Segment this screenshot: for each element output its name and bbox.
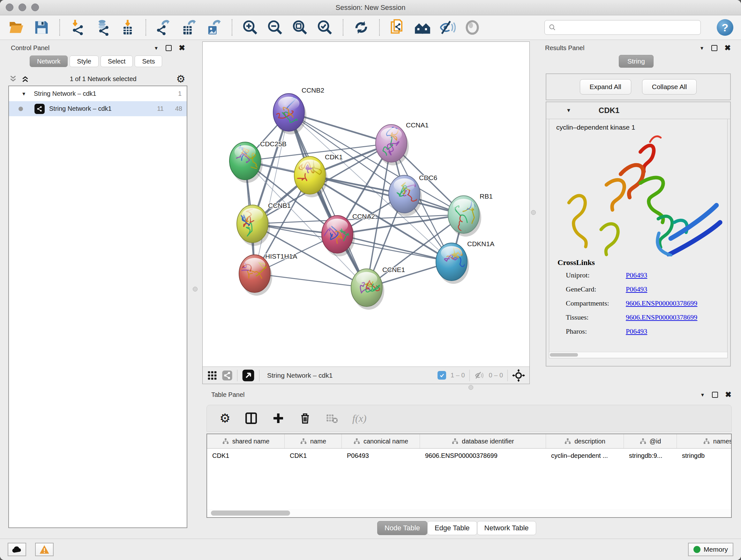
control-panel-close-icon[interactable]: ✖ xyxy=(179,44,185,52)
table-horizontal-scrollbar[interactable] xyxy=(207,509,731,517)
tab-select[interactable]: Select xyxy=(100,56,133,67)
tab-network[interactable]: Network xyxy=(30,56,68,67)
results-panel-collapse-icon[interactable]: ▼ xyxy=(699,45,704,51)
network-node-CCNB2[interactable]: CCNB2 xyxy=(273,86,324,134)
expand-all-button[interactable]: Expand All xyxy=(580,79,631,95)
crosslink-link[interactable]: P06493 xyxy=(626,271,647,279)
memory-button[interactable]: Memory xyxy=(688,543,733,556)
network-selector-row: 1 of 1 Network selected ⚙ xyxy=(8,73,187,85)
tab-edge-table[interactable]: Edge Table xyxy=(427,521,477,535)
tab-style[interactable]: Style xyxy=(70,56,98,67)
crosslink-link[interactable]: 9606.ENSP00000378699 xyxy=(626,313,697,321)
import-network-from-file-button[interactable] xyxy=(69,18,87,37)
columns-icon[interactable] xyxy=(245,412,258,425)
fit-selected-crosshair-icon[interactable] xyxy=(512,369,525,382)
delete-column-icon[interactable] xyxy=(299,412,312,425)
function-builder-icon[interactable]: f(x) xyxy=(352,413,366,424)
selected-node-edge-counts: 1 – 0 xyxy=(451,372,465,379)
grid-view-icon[interactable] xyxy=(207,370,217,381)
zoom-fit-content-button[interactable] xyxy=(291,18,309,37)
node-label: CCNA1 xyxy=(406,121,428,129)
right-splitter-handle[interactable] xyxy=(531,210,536,215)
table-row[interactable]: CDK1CDK1P064939606.ENSP00000378699cyclin… xyxy=(207,449,732,463)
protein-structure-image xyxy=(549,131,728,256)
column-header-databaseidentifier[interactable]: database identifier xyxy=(420,434,546,448)
tree-expander-icon[interactable]: ▼ xyxy=(9,91,26,97)
add-column-icon[interactable] xyxy=(272,412,285,425)
control-panel-float-icon[interactable] xyxy=(165,45,172,51)
search-input[interactable] xyxy=(559,23,697,32)
selected-checkbox-icon[interactable] xyxy=(437,371,446,380)
tab-network-table[interactable]: Network Table xyxy=(477,521,536,535)
column-header-sharedname[interactable]: shared name xyxy=(207,434,285,448)
gear-icon[interactable]: ⚙ xyxy=(176,73,185,85)
table-panel-collapse-icon[interactable]: ▼ xyxy=(700,392,705,397)
table-gear-icon[interactable]: ⚙ xyxy=(219,411,230,425)
results-entry-content: cyclin–dependent kinase 1 Cros xyxy=(549,119,728,358)
string-network-graph[interactable]: CCNB2CCNA1CDC25BCDK1CDC6RB1CCNB1CCNA2CDK… xyxy=(203,42,529,367)
import-network-from-database-button[interactable] xyxy=(94,18,112,37)
crosslink-link[interactable]: P06493 xyxy=(626,285,647,294)
column-header-canonicalname[interactable]: canonical name xyxy=(342,434,420,448)
column-header-id[interactable]: @id xyxy=(624,434,677,448)
control-panel-collapse-icon[interactable]: ▼ xyxy=(154,45,158,51)
results-entry-header[interactable]: ▼ CDK1 xyxy=(546,102,730,119)
network-row-label: String Network – cdk1 xyxy=(45,105,143,112)
zoom-out-button[interactable] xyxy=(266,18,284,37)
warnings-button[interactable] xyxy=(35,543,54,556)
network-list-view-icon[interactable] xyxy=(222,370,232,381)
network-node-CDKN1A[interactable]: CDKN1A xyxy=(436,240,494,284)
toolbar-divider xyxy=(343,19,343,36)
network-node-CCNA1[interactable]: CCNA1 xyxy=(376,121,428,165)
export-table-button[interactable] xyxy=(180,18,198,37)
delete-table-icon[interactable] xyxy=(326,412,338,425)
open-session-button[interactable] xyxy=(8,18,25,37)
results-panel-float-icon[interactable] xyxy=(711,45,718,51)
export-image-button[interactable] xyxy=(205,18,223,37)
network-node-HIST1H1A[interactable]: HIST1H1A xyxy=(239,253,297,296)
results-panel-title: Results Panel xyxy=(545,44,584,52)
network-collection-row[interactable]: ▼ String Network – cdk1 1 xyxy=(9,86,187,101)
network-node-RB1[interactable]: RB1 xyxy=(448,192,493,237)
node-label: RB1 xyxy=(480,192,493,200)
zoom-in-button[interactable] xyxy=(241,18,259,37)
collapse-all-icon[interactable] xyxy=(8,74,18,84)
tab-node-table[interactable]: Node Table xyxy=(377,521,427,535)
crosslink-label: Compartments: xyxy=(566,299,626,307)
node-table: shared namenamecanonical namedatabase id… xyxy=(206,434,732,518)
entry-expander-icon[interactable]: ▼ xyxy=(566,108,571,113)
results-scrollbar[interactable] xyxy=(549,352,727,358)
network-edge[interactable] xyxy=(289,112,367,288)
show-all-icon-button[interactable] xyxy=(463,18,481,37)
left-splitter-handle[interactable] xyxy=(193,287,198,292)
tab-sets[interactable]: Sets xyxy=(135,56,162,67)
network-row-selected[interactable]: String Network – cdk1 11 48 xyxy=(9,101,187,116)
hidden-items-eye-icon[interactable] xyxy=(474,370,484,381)
zoom-selected-button[interactable] xyxy=(316,18,334,37)
export-network-button[interactable] xyxy=(155,18,173,37)
crosslink-link[interactable]: P06493 xyxy=(626,327,647,335)
results-panel-close-icon[interactable]: ✖ xyxy=(724,44,731,52)
table-panel-float-icon[interactable] xyxy=(712,392,718,398)
birds-eye-view-icon[interactable] xyxy=(242,369,255,382)
column-header-description[interactable]: description xyxy=(546,434,624,448)
column-header-name[interactable]: name xyxy=(285,434,342,448)
cloud-status-button[interactable] xyxy=(8,543,26,556)
refresh-button[interactable] xyxy=(352,18,370,37)
network-node-CCNE1[interactable]: CCNE1 xyxy=(351,266,405,310)
collapse-all-button[interactable]: Collapse All xyxy=(642,79,697,95)
copy-document-button[interactable] xyxy=(389,18,407,37)
expand-all-icon[interactable] xyxy=(20,74,30,84)
help-button[interactable]: ? xyxy=(717,19,733,36)
save-session-button[interactable] xyxy=(32,18,51,37)
table-cell: stringdb xyxy=(677,449,732,463)
crosslink-link[interactable]: 9606.ENSP00000378699 xyxy=(626,299,697,307)
network-edge[interactable] xyxy=(255,112,289,273)
hide-selected-icon-button[interactable] xyxy=(439,18,456,37)
home-button[interactable] xyxy=(414,18,431,37)
results-tab-string[interactable]: String xyxy=(619,55,654,68)
network-canvas[interactable]: CCNB2CCNA1CDC25BCDK1CDC6RB1CCNB1CCNA2CDK… xyxy=(203,42,529,367)
import-table-from-file-button[interactable] xyxy=(119,18,137,37)
column-header-namespace[interactable]: namespace xyxy=(677,434,732,448)
table-panel-close-icon[interactable]: ✖ xyxy=(725,391,731,398)
